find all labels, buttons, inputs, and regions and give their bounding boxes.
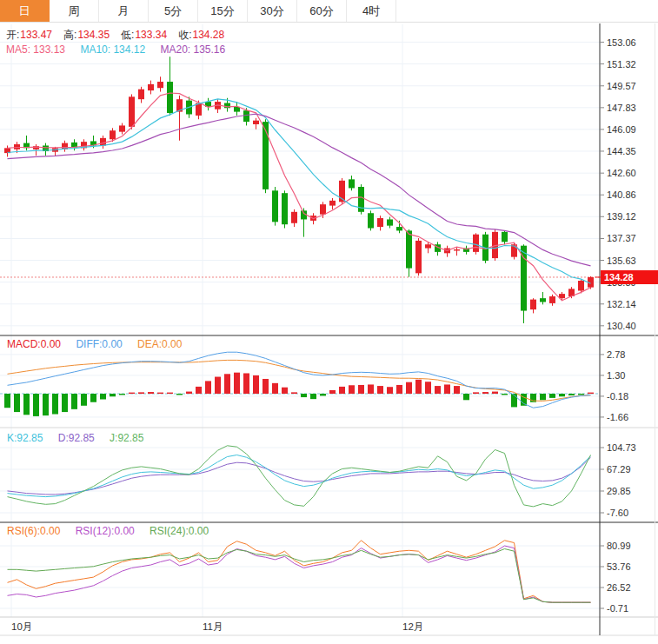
macd-readout: MACD:0.00 DIFF:0.00 DEA:0.00 bbox=[7, 338, 194, 350]
tab-周[interactable]: 周 bbox=[50, 0, 99, 22]
open-value: 133.47 bbox=[20, 29, 52, 41]
stock-chart-app: 日周月5分15分30分60分4时 开:133.47高:134.35低:133.3… bbox=[0, 0, 658, 644]
macd-axis-label: -0.18 bbox=[607, 390, 628, 402]
price-axis-label: 147.83 bbox=[607, 102, 636, 114]
kdj-axis-label: -7.60 bbox=[607, 507, 628, 519]
open-label: 开: bbox=[6, 29, 19, 41]
rsi-readout: RSI(6):0.00 RSI(12):0.00 RSI(24):0.00 bbox=[7, 525, 221, 537]
macd-axis-label: 2.78 bbox=[607, 349, 625, 361]
rsi-axis-label: -0.71 bbox=[607, 602, 628, 614]
rsi-axis-label: 26.52 bbox=[607, 581, 631, 594]
macd-axis-label: 1.30 bbox=[607, 369, 625, 382]
tab-日[interactable]: 日 bbox=[0, 0, 50, 22]
price-axis-label: 140.86 bbox=[607, 189, 636, 201]
low-label: 低: bbox=[121, 29, 134, 41]
diff-value: DIFF:0.00 bbox=[76, 338, 122, 350]
high-value: 134.35 bbox=[77, 29, 110, 41]
price-axis-label: 144.35 bbox=[607, 145, 636, 157]
price-axis-label: 146.09 bbox=[607, 123, 636, 136]
macd-value: MACD:0.00 bbox=[7, 338, 61, 350]
kdj-readout: K:92.85 D:92.85 J:92.85 bbox=[7, 432, 156, 444]
price-axis-label: 142.60 bbox=[607, 167, 636, 179]
price-axis-label: 151.32 bbox=[607, 58, 636, 70]
ma5-value: MA5: 133.13 bbox=[6, 43, 65, 56]
rsi12-value: RSI(12):0.00 bbox=[76, 525, 135, 537]
price-axis-label: 149.57 bbox=[607, 80, 636, 92]
price-axis-label: 130.40 bbox=[607, 320, 636, 332]
dea-value: DEA:0.00 bbox=[137, 338, 182, 350]
price-axis-label: 153.06 bbox=[607, 37, 636, 49]
tab-60分[interactable]: 60分 bbox=[297, 0, 347, 22]
rsi-axis-label: 80.99 bbox=[607, 540, 631, 552]
x-axis-label: 12月 bbox=[402, 621, 423, 633]
close-value: 134.28 bbox=[192, 29, 224, 41]
timeframe-tabbar: 日周月5分15分30分60分4时 bbox=[0, 0, 658, 23]
tab-5分[interactable]: 5分 bbox=[149, 0, 198, 22]
ma10-value: MA10: 134.12 bbox=[80, 43, 145, 56]
close-label: 收: bbox=[178, 29, 191, 41]
ma20-value: MA20: 135.16 bbox=[160, 43, 225, 56]
tab-30分[interactable]: 30分 bbox=[248, 0, 297, 22]
price-axis-label: 139.12 bbox=[607, 210, 636, 222]
x-axis-label: 10月 bbox=[11, 621, 32, 633]
high-label: 高: bbox=[63, 29, 76, 41]
macd-axis-label: -1.66 bbox=[607, 411, 628, 423]
d-value: D:92.85 bbox=[58, 432, 95, 444]
kdj-axis-label: 67.29 bbox=[607, 463, 631, 475]
ohlc-readout: 开:133.47高:134.35低:133.34收:134.28 bbox=[6, 28, 236, 43]
k-value: K:92.85 bbox=[7, 432, 43, 444]
kdj-axis-label: 104.73 bbox=[607, 442, 636, 454]
current-price-tag: 134.28 bbox=[601, 270, 658, 284]
low-value: 133.34 bbox=[135, 29, 167, 41]
tab-15分[interactable]: 15分 bbox=[198, 0, 248, 22]
tab-4时[interactable]: 4时 bbox=[347, 0, 396, 22]
price-axis-label: 137.37 bbox=[607, 232, 636, 244]
tab-月[interactable]: 月 bbox=[99, 0, 149, 22]
ma-readout: MA5: 133.13 MA10: 134.12 MA20: 135.16 bbox=[6, 43, 237, 56]
rsi6-value: RSI(6):0.00 bbox=[7, 525, 60, 537]
chart-canvas[interactable] bbox=[0, 0, 658, 644]
rsi-axis-label: 53.76 bbox=[607, 561, 631, 573]
x-axis-label: 11月 bbox=[203, 621, 223, 633]
kdj-axis-label: 29.85 bbox=[607, 485, 631, 497]
price-axis-label: 132.14 bbox=[607, 298, 636, 310]
j-value: J:92.85 bbox=[110, 432, 143, 444]
rsi24-value: RSI(24):0.00 bbox=[150, 525, 209, 537]
price-axis-label: 135.63 bbox=[607, 255, 636, 267]
